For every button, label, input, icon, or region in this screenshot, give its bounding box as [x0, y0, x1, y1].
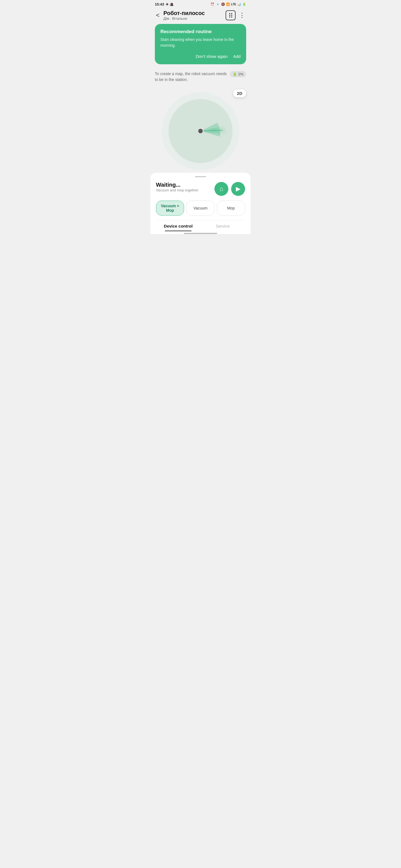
drag-handle	[195, 176, 206, 177]
status-bar: 15:43 ✳ 🎩 ⏰ 🔹 🔇 📶 LTE 📊 🔋	[150, 0, 251, 7]
remote-dot	[231, 15, 232, 16]
time-label: 15:43	[155, 2, 164, 6]
card-title: Recommended routine	[161, 29, 240, 34]
page-subtitle: Дім · Вітальня	[164, 17, 226, 21]
remote-dot	[231, 13, 232, 14]
mode-tabs: Vacuum + Mop Vacuum Mop	[156, 200, 245, 216]
gesture-bar	[184, 233, 217, 234]
home-button[interactable]: ⌂	[214, 182, 228, 196]
remote-dot	[229, 15, 230, 16]
remote-dot-row-1	[229, 13, 232, 14]
play-button[interactable]: ▶	[231, 182, 245, 196]
dont-show-again-button[interactable]: Don't show again	[196, 53, 228, 60]
bottom-panel: Waiting... Vacuum and mop together ⌂ ▶ V…	[150, 173, 251, 234]
status-row: Waiting... Vacuum and mop together ⌂ ▶	[156, 182, 245, 196]
header-title-group: Робот-пилосос Дім · Вітальня	[164, 10, 226, 21]
remote-control-button[interactable]	[226, 10, 236, 20]
alarm-icon: ⏰	[210, 2, 214, 6]
mute-icon: 🔇	[221, 2, 225, 6]
mode-tab-mop[interactable]: Mop	[217, 200, 245, 216]
header: < Робот-пилосос Дім · Вітальня ⋮	[150, 7, 251, 24]
more-options-button[interactable]: ⋮	[238, 10, 246, 20]
battery-icon: 🔋	[242, 2, 246, 6]
map-inner-circle	[169, 99, 232, 163]
remote-dot	[229, 13, 230, 14]
card-actions: Don't show again Add	[161, 53, 240, 60]
action-buttons: ⌂ ▶	[214, 182, 245, 196]
status-time: 15:43 ✳ 🎩	[155, 2, 174, 6]
wifi-icon: 📶	[226, 2, 230, 6]
battery-badge: 🔋 2%	[230, 71, 246, 78]
remote-dot-row-3	[229, 17, 232, 18]
tab-service[interactable]: Service	[200, 220, 245, 231]
lte-label: LTE	[231, 3, 236, 6]
remote-dot-row-2	[229, 15, 232, 16]
map-notice-row: To create a map, the robot vacuum needs …	[150, 69, 251, 84]
battery-icon-small: 🔋	[232, 72, 237, 76]
waiting-label: Waiting...	[156, 182, 198, 188]
mode-tab-vacuum[interactable]: Vacuum	[186, 200, 214, 216]
remote-dot	[229, 17, 230, 18]
page-title: Робот-пилосос	[164, 10, 226, 17]
map-outer-circle	[162, 92, 239, 170]
mode-sublabel: Vacuum and mop together	[156, 188, 198, 192]
status-text-group: Waiting... Vacuum and mop together	[156, 182, 198, 196]
play-icon: ▶	[236, 185, 240, 192]
status-icons: ✳ 🎩	[166, 2, 173, 6]
view-2d-button[interactable]: 2D	[233, 89, 246, 97]
add-routine-button[interactable]: Add	[233, 53, 240, 60]
robot-position-dot	[197, 128, 204, 134]
tab-device-control[interactable]: Device control	[156, 220, 200, 231]
home-icon: ⌂	[220, 185, 223, 192]
battery-percent: 2%	[238, 72, 244, 76]
bluetooth-icon: 🔹	[216, 2, 220, 6]
back-button[interactable]: <	[155, 10, 161, 20]
status-right-icons: ⏰ 🔹 🔇 📶 LTE 📊 🔋	[210, 2, 246, 6]
header-icons: ⋮	[226, 10, 246, 20]
card-text: Start cleaning when you leave home in th…	[161, 37, 240, 49]
remote-dot	[231, 17, 232, 18]
bottom-navigation: Device control Service	[156, 220, 245, 231]
map-notice-text: To create a map, the robot vacuum needs …	[155, 71, 230, 83]
recommended-routine-card: Recommended routine Start cleaning when …	[155, 24, 246, 64]
map-area: 2D	[150, 87, 251, 176]
signal-icon: 📊	[237, 2, 241, 6]
remote-icon	[229, 13, 232, 18]
mode-tab-vacuum-mop[interactable]: Vacuum + Mop	[156, 200, 184, 216]
